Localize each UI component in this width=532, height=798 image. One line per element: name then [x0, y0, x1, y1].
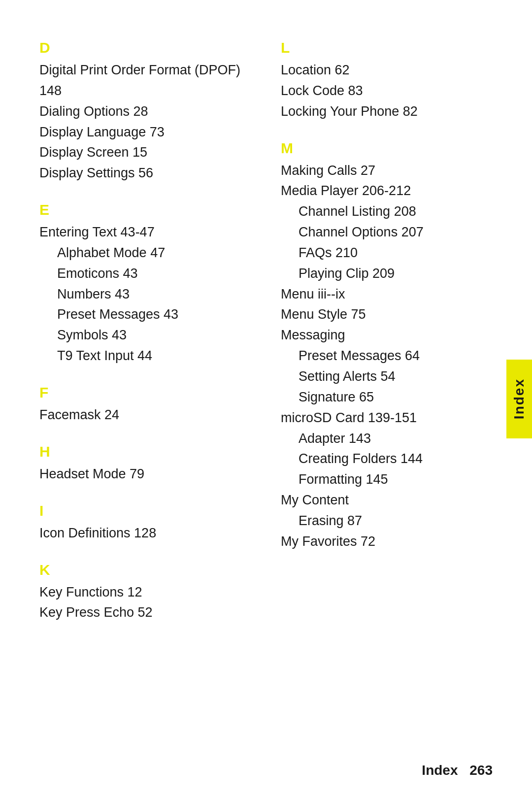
footer-label: Index	[422, 763, 458, 778]
index-entry: Dialing Options 28	[39, 101, 261, 122]
index-entry: Alphabet Mode 47	[39, 243, 261, 264]
index-entry: Display Settings 56	[39, 163, 261, 184]
index-entry: Display Screen 15	[39, 142, 261, 163]
index-entry: microSD Card 139-151	[281, 408, 502, 429]
index-entry: Making Calls 27	[281, 161, 502, 181]
index-entry: Playing Clip 209	[281, 264, 502, 284]
side-tab: Index	[506, 360, 532, 438]
index-entry: Creating Folders 144	[281, 449, 502, 469]
index-entry: Menu Style 75	[281, 304, 502, 325]
index-section-h: HHeadset Mode 79	[39, 443, 261, 485]
index-entry: Setting Alerts 54	[281, 366, 502, 387]
index-section-f: FFacemask 24	[39, 384, 261, 426]
section-letter: L	[281, 39, 502, 56]
index-entry: Key Press Echo 52	[39, 602, 261, 623]
index-entry: Icon Definitions 128	[39, 523, 261, 544]
index-entry: Locking Your Phone 82	[281, 101, 502, 122]
index-entry: Preset Messages 43	[39, 304, 261, 325]
index-entry: Messaging	[281, 325, 502, 346]
index-entry: Adapter 143	[281, 429, 502, 449]
index-entry: Preset Messages 64	[281, 346, 502, 366]
section-letter: D	[39, 39, 261, 56]
section-letter: I	[39, 502, 261, 519]
index-entry: Formatting 145	[281, 469, 502, 490]
left-column: DDigital Print Order Format (DPOF) 148Di…	[39, 39, 261, 641]
index-entry: Media Player 206-212	[281, 181, 502, 201]
footer: Index 263	[422, 763, 493, 778]
index-entry: Numbers 43	[39, 284, 261, 305]
section-letter: K	[39, 562, 261, 578]
index-entry: Key Functions 12	[39, 582, 261, 603]
index-entry: Location 62	[281, 60, 502, 81]
index-section-l: LLocation 62Lock Code 83Locking Your Pho…	[281, 39, 502, 122]
index-entry: Emoticons 43	[39, 264, 261, 284]
right-column: LLocation 62Lock Code 83Locking Your Pho…	[281, 39, 502, 641]
index-entry: Digital Print Order Format (DPOF) 148	[39, 60, 261, 101]
footer-page: 263	[469, 763, 493, 778]
index-entry: My Favorites 72	[281, 532, 502, 552]
index-entry: Headset Mode 79	[39, 464, 261, 485]
page-content: DDigital Print Order Format (DPOF) 148Di…	[0, 0, 532, 670]
index-entry: Display Language 73	[39, 122, 261, 143]
index-section-k: KKey Functions 12Key Press Echo 52	[39, 562, 261, 624]
side-tab-label: Index	[511, 378, 527, 419]
index-entry: Entering Text 43-47	[39, 222, 261, 243]
index-section-m: MMaking Calls 27Media Player 206-212Chan…	[281, 140, 502, 552]
index-entry: FAQs 210	[281, 243, 502, 264]
index-section-d: DDigital Print Order Format (DPOF) 148Di…	[39, 39, 261, 184]
index-section-e: EEntering Text 43-47Alphabet Mode 47Emot…	[39, 201, 261, 366]
index-entry: T9 Text Input 44	[39, 346, 261, 366]
index-section-i: IIcon Definitions 128	[39, 502, 261, 544]
section-letter: F	[39, 384, 261, 401]
index-entry: Erasing 87	[281, 511, 502, 532]
index-entry: Channel Listing 208	[281, 201, 502, 222]
section-letter: M	[281, 140, 502, 157]
section-letter: E	[39, 201, 261, 218]
index-entry: Menu iii--ix	[281, 284, 502, 305]
index-entry: Lock Code 83	[281, 81, 502, 101]
index-entry: Facemask 24	[39, 405, 261, 426]
index-entry: My Content	[281, 490, 502, 511]
index-entry: Signature 65	[281, 387, 502, 408]
index-entry: Symbols 43	[39, 325, 261, 346]
section-letter: H	[39, 443, 261, 460]
index-entry: Channel Options 207	[281, 222, 502, 243]
